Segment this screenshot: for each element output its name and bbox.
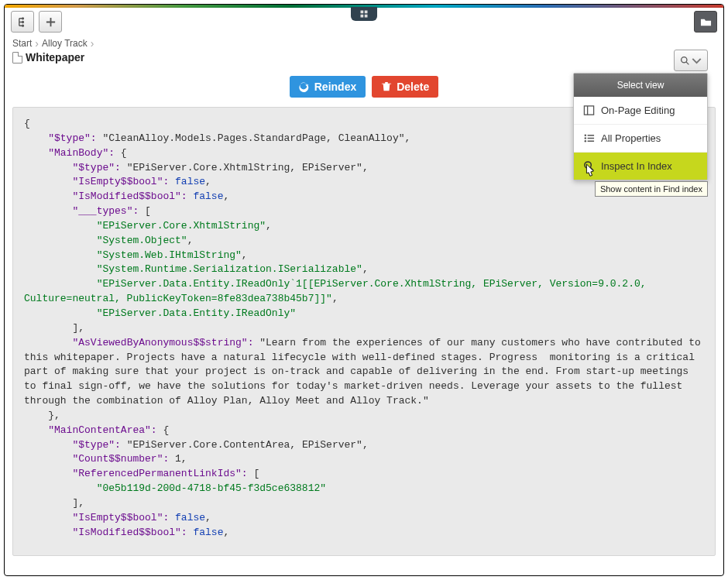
- refresh-icon: [299, 81, 310, 92]
- svg-point-1: [22, 21, 23, 22]
- assets-panel-button[interactable]: [694, 11, 717, 33]
- breadcrumb-separator: ›: [35, 37, 39, 50]
- breadcrumb-separator: ›: [91, 37, 94, 50]
- svg-rect-4: [584, 106, 593, 115]
- cursor-pointer-icon: [582, 163, 596, 180]
- svg-rect-9: [588, 138, 594, 139]
- reindex-label: Reindex: [314, 81, 356, 93]
- breadcrumb-item[interactable]: Start: [12, 38, 32, 49]
- svg-point-5: [585, 135, 586, 136]
- dropdown-item-label: On-Page Editing: [601, 105, 675, 116]
- breadcrumb: Start › Alloy Track ›: [5, 37, 723, 50]
- page-title: Whitepaper: [26, 51, 84, 63]
- view-all-properties[interactable]: All Properties: [574, 124, 707, 152]
- svg-point-2: [22, 25, 23, 26]
- svg-point-3: [682, 57, 687, 62]
- top-center-handle[interactable]: [351, 7, 377, 21]
- layout-icon: [583, 105, 595, 116]
- svg-rect-8: [588, 135, 594, 136]
- view-switcher-button[interactable]: [674, 50, 708, 71]
- document-icon: [12, 52, 22, 63]
- reindex-button[interactable]: Reindex: [290, 76, 366, 98]
- delete-label: Delete: [397, 81, 429, 93]
- tooltip: Show content in Find index: [595, 181, 708, 197]
- svg-point-7: [585, 140, 586, 142]
- chevron-down-icon: [692, 56, 702, 66]
- list-icon: [583, 132, 595, 144]
- breadcrumb-item[interactable]: Alloy Track: [42, 38, 88, 49]
- tree-toggle-button[interactable]: [11, 11, 34, 33]
- delete-button[interactable]: Delete: [372, 76, 438, 98]
- svg-rect-10: [588, 141, 594, 142]
- svg-point-0: [22, 17, 23, 19]
- svg-point-6: [585, 137, 586, 139]
- trash-icon: [381, 81, 392, 92]
- top-toolbar: [5, 8, 723, 36]
- dropdown-item-label: All Properties: [601, 132, 661, 144]
- dropdown-header: Select view: [574, 74, 707, 97]
- page-title-row: Whitepaper: [5, 50, 723, 70]
- search-icon: [680, 56, 690, 66]
- dropdown-item-label: Inspect In Index: [601, 160, 672, 172]
- view-onpage-editing[interactable]: On-Page Editing: [574, 97, 707, 124]
- add-button[interactable]: [39, 11, 62, 33]
